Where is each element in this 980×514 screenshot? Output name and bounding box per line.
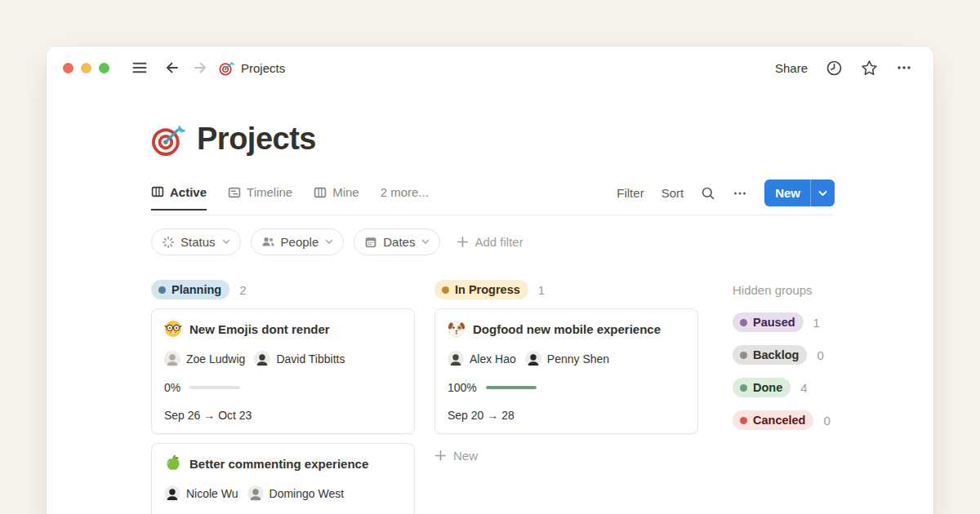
group-count: 0 <box>817 348 823 362</box>
status-pill-planning[interactable]: Planning <box>151 280 229 299</box>
person-alex-hao: Alex Hao <box>448 351 516 367</box>
plus-icon <box>457 236 469 248</box>
chevron-down-icon[interactable] <box>811 190 835 197</box>
close-window-button[interactable] <box>63 63 74 73</box>
search-icon[interactable] <box>701 186 715 201</box>
person-name: Nicole Wu <box>186 487 238 500</box>
plus-icon <box>434 450 447 462</box>
chevron-down-icon <box>325 239 333 245</box>
status-dot <box>740 319 747 326</box>
progress-label: 0% <box>164 381 180 394</box>
calendar-icon <box>364 236 377 249</box>
new-button[interactable]: New <box>764 179 835 206</box>
tab-active[interactable]: Active <box>151 185 207 210</box>
page-title[interactable]: Projects <box>197 122 316 157</box>
group-count: 2 <box>239 283 246 297</box>
card-title: Better commenting experience <box>189 457 368 471</box>
hidden-group-backlog: Backlog 0 <box>733 345 835 365</box>
status-dot <box>740 352 747 359</box>
sort-button[interactable]: Sort <box>662 186 684 200</box>
people-filter-chip[interactable]: People <box>251 228 345 255</box>
board-icon <box>314 186 327 199</box>
progress-bar <box>189 386 240 389</box>
filter-button[interactable]: Filter <box>617 186 644 200</box>
status-filter-chip[interactable]: Status <box>151 228 241 255</box>
new-button-label: New <box>764 186 810 200</box>
avatar-alex-hao <box>448 351 464 367</box>
status-pill-backlog[interactable]: Backlog <box>733 345 807 365</box>
status-dot <box>158 286 166 294</box>
sidebar-menu-icon[interactable] <box>129 57 150 78</box>
target-emoji-large[interactable] <box>151 122 185 157</box>
avatar-david-tibbitts <box>254 351 270 367</box>
traffic-lights <box>63 63 109 73</box>
tab-timeline[interactable]: Timeline <box>228 185 292 209</box>
clock-icon[interactable] <box>826 60 843 77</box>
project-card-better-commenting[interactable]: Better commenting experience Nicole Wu <box>151 443 415 514</box>
status-pill-canceled[interactable]: Canceled <box>733 410 813 430</box>
more-options-icon[interactable] <box>896 60 912 76</box>
tab-mine[interactable]: Mine <box>314 185 359 209</box>
person-name: Zoe Ludwig <box>186 352 245 366</box>
chevron-down-icon <box>222 239 230 245</box>
timeline-icon <box>228 186 241 199</box>
project-card-new-emojis[interactable]: New Emojis dont render Zoe Ludwig <box>151 308 415 434</box>
tab-label: Mine <box>332 185 359 199</box>
nerd-face-emoji <box>164 320 182 338</box>
page-header: Projects <box>151 122 835 157</box>
person-nicole-wu: Nicole Wu <box>164 485 238 502</box>
dates-filter-chip[interactable]: Dates <box>354 228 440 255</box>
hidden-groups-section: Hidden groups Paused 1 Backlog 0 <box>718 280 835 430</box>
person-name: David Tibbitts <box>276 352 345 366</box>
tab-label: Active <box>170 185 207 199</box>
target-emoji-small <box>219 60 234 76</box>
card-dates: Sep 20 → 28 <box>448 409 684 422</box>
filter-chip-bar: Status People Dates <box>151 228 835 255</box>
person-david-tibbitts: David Tibbitts <box>254 351 345 367</box>
status-pill-done[interactable]: Done <box>733 378 791 397</box>
tab-label: 2 more... <box>381 185 429 199</box>
view-options-icon[interactable] <box>733 186 747 201</box>
chip-label: Status <box>180 235 216 249</box>
person-domingo-west: Domingo West <box>247 485 345 502</box>
tab-label: Timeline <box>247 185 292 199</box>
share-button[interactable]: Share <box>775 61 808 75</box>
person-name: Penny Shen <box>547 352 609 366</box>
status-pill-in-progress[interactable]: In Progress <box>434 280 528 299</box>
card-dates: Sep 26 → Oct 23 <box>164 409 401 422</box>
breadcrumb-label: Projects <box>241 61 285 75</box>
progress-bar <box>486 386 537 389</box>
status-dot <box>740 417 747 424</box>
new-card-label: New <box>453 449 478 463</box>
group-name: Done <box>753 381 782 394</box>
new-card-button[interactable]: New <box>434 449 698 463</box>
person-penny-shen: Penny Shen <box>525 351 609 367</box>
chip-label: Dates <box>383 235 415 249</box>
breadcrumb[interactable]: Projects <box>219 60 285 76</box>
card-title: New Emojis dont render <box>189 322 330 336</box>
forward-arrow-icon[interactable] <box>189 57 211 78</box>
hidden-group-done: Done 4 <box>733 378 835 397</box>
add-filter-button[interactable]: Add filter <box>457 235 523 249</box>
people-icon <box>261 235 275 249</box>
star-icon[interactable] <box>861 60 878 77</box>
group-count: 4 <box>800 381 807 395</box>
person-name: Domingo West <box>270 487 345 500</box>
group-count: 1 <box>813 316 820 330</box>
minimize-window-button[interactable] <box>81 63 91 73</box>
avatar-domingo-west <box>247 485 264 502</box>
board-column-planning: Planning 2 New Emojis dont render <box>151 280 415 514</box>
green-apple-emoji <box>164 454 182 472</box>
card-title: Dogfood new mobile experience <box>473 322 661 336</box>
add-filter-label: Add filter <box>474 235 523 249</box>
progress-label: 100% <box>448 381 477 394</box>
project-card-dogfood[interactable]: Dogfood new mobile experience Alex Hao <box>434 308 698 434</box>
status-dot <box>740 384 747 392</box>
avatar-penny-shen <box>525 351 541 367</box>
group-name: Backlog <box>753 348 799 361</box>
tab-more-views[interactable]: 2 more... <box>381 185 429 209</box>
status-pill-paused[interactable]: Paused <box>733 312 804 332</box>
zoom-window-button[interactable] <box>99 63 109 73</box>
back-arrow-icon[interactable] <box>162 57 183 78</box>
group-header: Planning 2 <box>151 280 415 299</box>
